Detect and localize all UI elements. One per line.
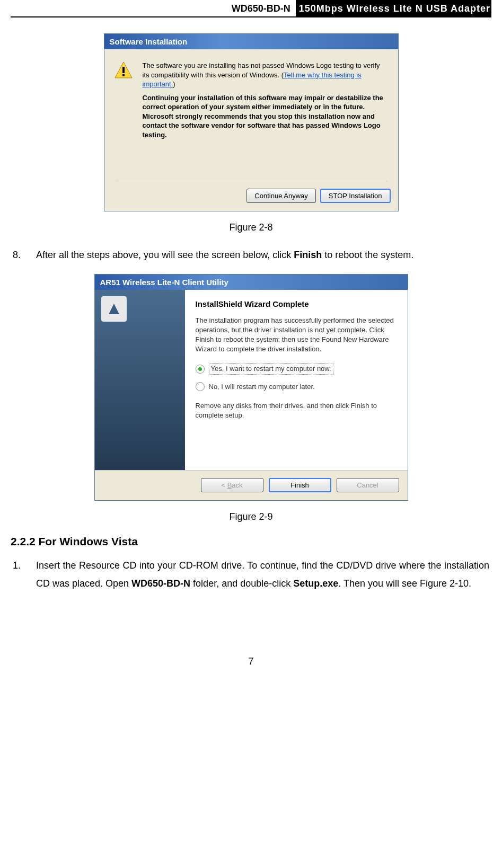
cancel-button: Cancel (337, 478, 399, 492)
page-header: WD650-BD-N 150Mbps Wireless Lite N USB A… (11, 0, 491, 17)
back-button: < Back (201, 478, 263, 492)
step-8: 8. After all the steps above, you will s… (13, 246, 489, 264)
svg-rect-1 (122, 67, 125, 73)
stop-installation-button[interactable]: STOP Installation (320, 189, 391, 203)
continue-anyway-button[interactable]: Continue Anyway (246, 189, 315, 203)
software-installation-dialog: Software Installation The software you a… (104, 33, 399, 211)
step-number: 1. (13, 556, 27, 592)
restart-now-radio[interactable]: Yes, I want to restart my computer now. (196, 364, 397, 374)
warning-icon (114, 61, 133, 80)
dialog-warning-bold: Continuing your installation of this sof… (143, 93, 389, 140)
step-body: After all the steps above, you will see … (36, 246, 489, 264)
product-title: 150Mbps Wireless Lite N USB Adapter (296, 0, 491, 16)
step-1: 1. Insert the Resource CD into your CD-R… (13, 556, 489, 592)
radio-label: Yes, I want to restart my computer now. (209, 364, 333, 374)
radio-selected-icon (196, 365, 205, 374)
radio-label: No, I will restart my computer later. (209, 382, 315, 392)
wizard-heading: InstallShield Wizard Complete (196, 298, 397, 309)
restart-later-radio[interactable]: No, I will restart my computer later. (196, 382, 397, 392)
section-heading-2-2-2: 2.2.2 For Windows Vista (11, 535, 491, 548)
page-number: 7 (11, 656, 491, 667)
dialog-paragraph-1: The software you are installing has not … (143, 61, 389, 89)
wizard-paragraph: The installation program has successfull… (196, 316, 397, 355)
wizard-side-graphic (95, 290, 185, 470)
installshield-complete-dialog: AR51 Wireless Lite-N Client Utility Inst… (94, 274, 408, 501)
figure-caption-2-8: Figure 2-8 (11, 222, 491, 233)
dialog-title: AR51 Wireless Lite-N Client Utility (95, 274, 408, 290)
installshield-logo-icon (101, 296, 127, 322)
radio-unselected-icon (196, 382, 205, 391)
dialog-title: Software Installation (104, 34, 398, 49)
model-number: WD650-BD-N (11, 0, 296, 16)
wizard-paragraph-2: Remove any disks from their drives, and … (196, 401, 397, 420)
step-number: 8. (13, 246, 27, 264)
finish-button[interactable]: Finish (269, 478, 331, 492)
svg-rect-2 (122, 74, 125, 76)
step-body: Insert the Resource CD into your CD-ROM … (36, 556, 489, 592)
figure-caption-2-9: Figure 2-9 (11, 511, 491, 522)
